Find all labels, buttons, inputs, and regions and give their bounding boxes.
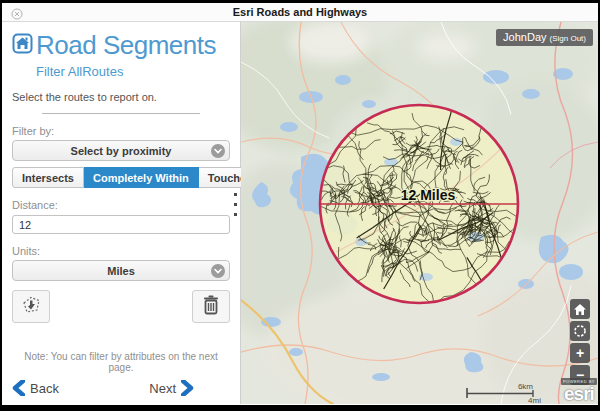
sign-out-label: (Sign Out): [550, 34, 586, 43]
zoom-in-button[interactable]: +: [570, 343, 590, 363]
chevron-down-icon: [211, 144, 225, 158]
app-window: Esri Roads and Highways Road Segments Fi…: [0, 0, 600, 411]
wizard-footer: Back Next: [12, 379, 230, 398]
filter-by-label: Filter by:: [12, 125, 230, 137]
basemap: 12 Miles: [241, 22, 598, 404]
trash-icon: [201, 294, 221, 320]
proximity-mode-intersects[interactable]: Intersects: [12, 167, 84, 188]
back-label: Back: [30, 381, 59, 396]
filter-method-value: Select by proximity: [71, 145, 172, 157]
note-text: Note: You can filter by attributes on th…: [12, 351, 230, 373]
chevron-right-icon: [181, 380, 194, 396]
plus-icon: +: [576, 346, 584, 360]
draw-polygon-icon: [20, 294, 42, 320]
home-extent-button[interactable]: [570, 299, 590, 319]
distance-label: Distance:: [12, 199, 230, 211]
home-icon: [574, 304, 586, 315]
locate-icon: [573, 324, 587, 338]
proximity-mode-completely-within[interactable]: Completely Within: [84, 167, 199, 188]
delete-selection-button[interactable]: [192, 290, 230, 323]
user-signout-button[interactable]: JohnDay (Sign Out): [496, 29, 593, 46]
next-label: Next: [149, 381, 176, 396]
back-button[interactable]: Back: [12, 380, 59, 396]
user-name: JohnDay: [503, 31, 546, 43]
app-title: Esri Roads and Highways: [233, 6, 367, 18]
title-bar: Esri Roads and Highways: [2, 3, 598, 22]
filter-method-dropdown[interactable]: Select by proximity: [12, 140, 230, 161]
locate-button[interactable]: [570, 321, 590, 341]
page-subtitle: Filter AllRoutes: [36, 64, 230, 79]
esri-logo: esri: [564, 383, 594, 404]
units-dropdown[interactable]: Miles: [12, 260, 230, 281]
proximity-mode-group: Intersects Completely Within Touches Edg…: [12, 167, 230, 188]
scale-bar: 6km 4mi: [465, 380, 545, 404]
esri-attribution: POWERED BY esri: [561, 378, 597, 404]
scale-imperial-label: 4mi: [528, 396, 541, 404]
filter-panel: Road Segments Filter AllRoutes Select th…: [2, 22, 241, 404]
units-value: Miles: [107, 265, 135, 277]
home-icon: [12, 33, 33, 58]
buffer-distance-label: 12 Miles: [401, 187, 456, 203]
distance-input[interactable]: [12, 215, 230, 234]
chevron-left-icon: [12, 380, 25, 396]
panel-resize-handle[interactable]: [234, 193, 237, 216]
next-button[interactable]: Next: [149, 380, 194, 396]
description-text: Select the routes to report on.: [12, 91, 230, 103]
map-view[interactable]: 12 Miles JohnDay (Sign Out): [241, 22, 598, 404]
divider: [42, 113, 200, 114]
page-title: Road Segments: [36, 30, 216, 61]
units-label: Units:: [12, 245, 230, 257]
close-icon[interactable]: [11, 6, 23, 18]
map-controls: + −: [570, 299, 590, 385]
chevron-down-icon: [211, 264, 225, 278]
draw-selection-button[interactable]: [12, 290, 50, 323]
scale-metric-label: 6km: [518, 382, 533, 391]
